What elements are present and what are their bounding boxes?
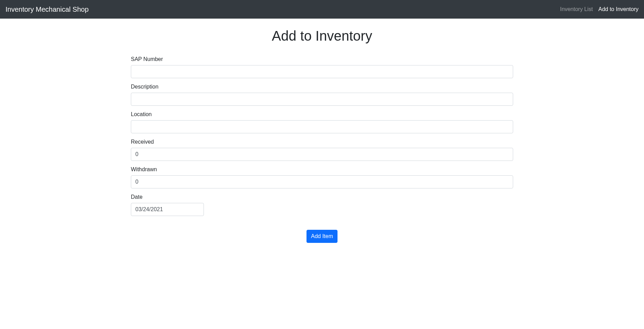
add-item-button[interactable]: Add Item: [307, 230, 337, 243]
form-group-description: Description: [131, 84, 513, 106]
form-group-received: Received: [131, 139, 513, 161]
date-label: Date: [131, 194, 513, 200]
location-label: Location: [131, 111, 513, 117]
received-label: Received: [131, 139, 513, 145]
withdrawn-input[interactable]: [131, 175, 513, 188]
withdrawn-label: Withdrawn: [131, 166, 513, 173]
description-input[interactable]: [131, 93, 513, 106]
location-input[interactable]: [131, 120, 513, 133]
form-group-sap-number: SAP Number: [131, 56, 513, 78]
form-group-date: Date: [131, 194, 513, 216]
add-inventory-form: SAP Number Description Location Received…: [131, 56, 513, 243]
date-input[interactable]: [131, 203, 204, 216]
nav-link-inventory-list[interactable]: Inventory List: [560, 6, 593, 12]
nav-links: Inventory List Add to Inventory: [560, 6, 638, 12]
form-group-withdrawn: Withdrawn: [131, 166, 513, 188]
received-input[interactable]: [131, 148, 513, 161]
page-title: Add to Inventory: [131, 28, 513, 44]
nav-link-add-to-inventory[interactable]: Add to Inventory: [598, 6, 638, 12]
main-container: Add to Inventory SAP Number Description …: [126, 28, 518, 243]
sap-number-label: SAP Number: [131, 56, 513, 62]
description-label: Description: [131, 84, 513, 90]
form-group-location: Location: [131, 111, 513, 133]
sap-number-input[interactable]: [131, 65, 513, 78]
button-wrapper: Add Item: [131, 230, 513, 243]
navbar: Inventory Mechanical Shop Inventory List…: [0, 0, 644, 19]
navbar-brand[interactable]: Inventory Mechanical Shop: [6, 6, 89, 13]
